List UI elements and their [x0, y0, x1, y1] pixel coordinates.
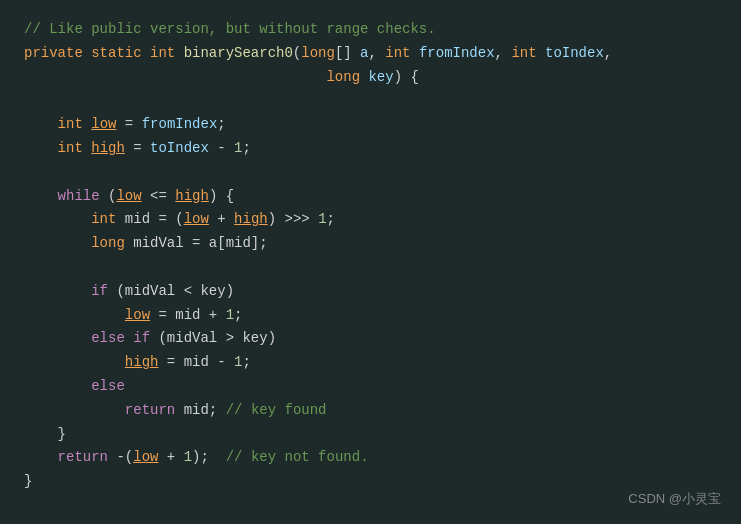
code-line-17: return mid; // key found [24, 399, 717, 423]
code-line-20: } [24, 470, 717, 494]
code-line-6: int high = toIndex - 1; [24, 137, 717, 161]
code-line-2: private static int binarySearch0(long[] … [24, 42, 717, 66]
code-line-16: else [24, 375, 717, 399]
code-line-7 [24, 161, 717, 185]
code-line-14: else if (midVal > key) [24, 327, 717, 351]
code-line-5: int low = fromIndex; [24, 113, 717, 137]
code-block: // Like public version, but without rang… [0, 0, 741, 524]
code-line-4 [24, 89, 717, 113]
code-line-15: high = mid - 1; [24, 351, 717, 375]
code-line-19: return -(low + 1); // key not found. [24, 446, 717, 470]
code-line-11 [24, 256, 717, 280]
code-line-18: } [24, 423, 717, 447]
code-line-8: while (low <= high) { [24, 185, 717, 209]
code-line-13: low = mid + 1; [24, 304, 717, 328]
code-line-10: long midVal = a[mid]; [24, 232, 717, 256]
code-line-9: int mid = (low + high) >>> 1; [24, 208, 717, 232]
code-line-12: if (midVal < key) [24, 280, 717, 304]
code-line-3: long key) { [24, 66, 717, 90]
code-line-1: // Like public version, but without rang… [24, 18, 717, 42]
watermark: CSDN @小灵宝 [628, 488, 721, 510]
